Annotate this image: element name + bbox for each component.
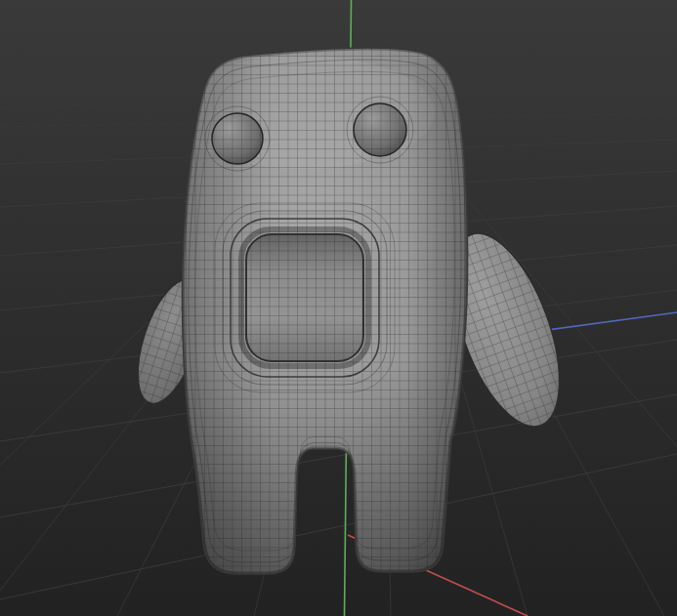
viewport-3d[interactable] [0, 0, 677, 616]
viewport-canvas[interactable] [0, 0, 677, 616]
mouth-cavity-wireframe [246, 234, 363, 361]
left-eye-mesh[interactable] [205, 106, 270, 171]
right-eye-mesh[interactable] [347, 97, 413, 163]
